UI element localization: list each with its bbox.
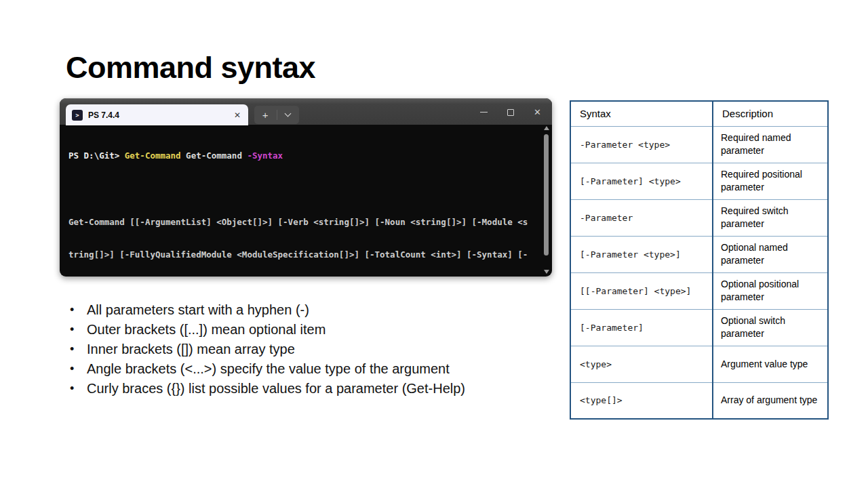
syntax-cell: <type> — [570, 346, 713, 382]
description-cell: Argument value type — [713, 346, 828, 382]
table-row: [[-Parameter] <type>] Optional positiona… — [570, 272, 828, 309]
terminal-tab-title: PS 7.4.4 — [88, 110, 119, 120]
syntax-cell: <type[]> — [570, 382, 713, 419]
bullet-item: All parameters start with a hyphen (-) — [66, 300, 554, 320]
syntax-cell: [-Parameter <type>] — [570, 236, 713, 272]
description-cell: Optional named parameter — [713, 236, 828, 272]
description-cell: Required named parameter — [713, 126, 828, 163]
terminal-content: PS D:\Git> Get-Command Get-Command -Synt… — [60, 125, 552, 277]
table-row: -Parameter <type> Required named paramet… — [570, 126, 828, 163]
bullet-item: Inner brackets ([]) mean array type — [66, 340, 554, 359]
table-row: [-Parameter <type>] Optional named param… — [570, 236, 828, 272]
table-row: -Parameter Required switch parameter — [570, 199, 828, 236]
chevron-down-icon — [285, 110, 292, 117]
new-tab-group: + — [254, 106, 299, 124]
maximize-button[interactable] — [507, 109, 514, 116]
powershell-icon: > — [72, 110, 83, 121]
bullet-list: All parameters start with a hyphen (-) O… — [66, 300, 554, 399]
description-cell: Required switch parameter — [713, 199, 828, 236]
table-row: [-Parameter] <type> Required positional … — [570, 163, 828, 199]
prompt-argument: Get-Command — [181, 150, 248, 161]
table-row: [-Parameter] Optional switch parameter — [570, 309, 828, 346]
syntax-table: Syntax Description -Parameter <type> Req… — [570, 100, 829, 420]
table-row: <type[]> Array of argument type — [570, 382, 828, 419]
prompt-line: PS D:\Git> Get-Command Get-Command -Synt… — [68, 150, 543, 161]
prompt-path: PS D:\Git> — [68, 150, 125, 161]
scroll-up-icon[interactable] — [544, 126, 549, 130]
table-row: <type> Argument value type — [570, 346, 828, 382]
minimize-button[interactable] — [480, 112, 488, 113]
table-header-row: Syntax Description — [570, 101, 828, 126]
scrollbar-thumb[interactable] — [544, 134, 549, 256]
bullet-item: Outer brackets ([...]) mean optional ite… — [66, 320, 554, 340]
description-cell: Optional positional parameter — [713, 272, 828, 309]
slide-title: Command syntax — [66, 50, 315, 85]
terminal-scrollbar[interactable] — [542, 126, 551, 274]
bullet-item: Angle brackets (<...>) specify the value… — [66, 359, 554, 379]
description-cell: Array of argument type — [713, 382, 828, 419]
syntax-cell: [[-Parameter] <type>] — [570, 272, 713, 309]
window-controls: ✕ — [480, 99, 541, 125]
tab-dropdown-button[interactable] — [277, 114, 300, 116]
close-button[interactable]: ✕ — [534, 108, 541, 117]
new-tab-button[interactable]: + — [254, 106, 277, 124]
syntax-cell: -Parameter — [570, 199, 713, 236]
prompt-parameter: -Syntax — [247, 150, 283, 161]
prompt-command: Get-Command — [125, 150, 181, 161]
column-header-syntax: Syntax — [570, 101, 713, 126]
syntax-cell: [-Parameter] — [570, 309, 713, 346]
output-line: tring[]>] [-FullyQualifiedModule <Module… — [68, 249, 543, 260]
scroll-down-icon[interactable] — [544, 270, 549, 274]
terminal-tab[interactable]: > PS 7.4.4 ✕ — [66, 104, 248, 125]
tab-close-icon[interactable]: ✕ — [234, 110, 241, 120]
column-header-description: Description — [713, 101, 828, 126]
presentation-slide: Command syntax > PS 7.4.4 ✕ + ✕ PS D:\Gi… — [0, 0, 868, 488]
terminal-window: > PS 7.4.4 ✕ + ✕ PS D:\Git> Get-Command … — [60, 98, 552, 277]
syntax-cell: -Parameter <type> — [570, 126, 713, 163]
terminal-titlebar: > PS 7.4.4 ✕ + ✕ — [60, 98, 552, 125]
description-cell: Optional switch parameter — [713, 309, 828, 346]
description-cell: Required positional parameter — [713, 163, 828, 199]
output-line: Get-Command [[-ArgumentList] <Object[]>]… — [68, 217, 543, 228]
syntax-cell: [-Parameter] <type> — [570, 163, 713, 199]
bullet-item: Curly braces ({}) list possible values f… — [66, 379, 554, 399]
